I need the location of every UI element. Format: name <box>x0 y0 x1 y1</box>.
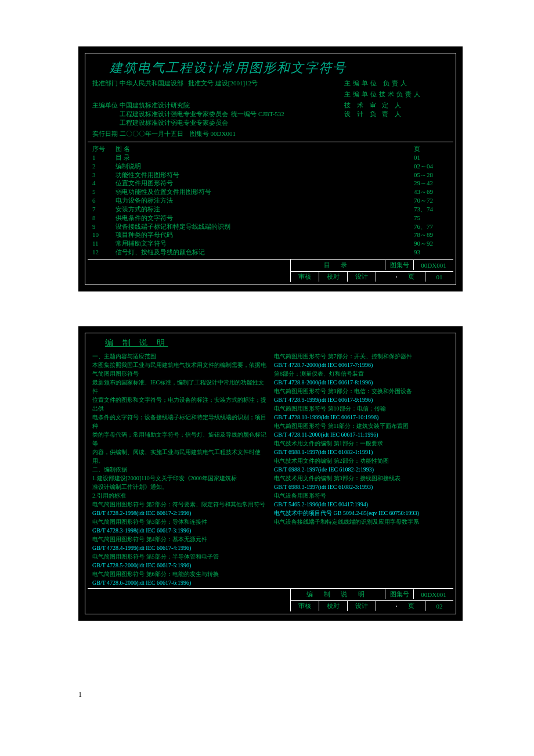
text-line: GB/T 4728.5-2000(idt IEC 60617-5:1996) <box>92 561 267 570</box>
proofreader: 校对 <box>319 601 348 611</box>
left-column: 一、主题内容与适应范围 本图集按照我国工业与民用建筑电气技术用文件的编制需要，依… <box>92 352 270 587</box>
reviewer: 审核 <box>291 272 319 282</box>
text-line: 电气简图用图形符号 第10部分：电信：传输 <box>274 404 449 413</box>
main-title: 建筑电气工程设计常用图形和文字符号 <box>92 58 449 78</box>
designer: 设计 <box>348 272 376 282</box>
text-line: 电条件的文字符号；设备接线端子标记和特定导线线端的识别；项目种 <box>92 413 267 430</box>
frame: 建筑电气工程设计常用图形和文字符号 批准部门 中华人民共和国建设部 批准文号 建… <box>85 53 456 285</box>
footer-1: 目 录 图集号 00DX001 审核 校对 设计 页 01 <box>88 259 453 282</box>
text-line: 电气简图用图形符号 第6部分：电能的发生与转换 <box>92 570 267 578</box>
text-line: 准设计编制工作计划》通知。 <box>92 483 267 491</box>
text-line: 二、编制依据 <box>92 465 267 474</box>
text-line: GB/T 4728.11-2000(idt IEC 60617-11:1996) <box>274 430 449 439</box>
text-line: 电气技术用文件的编制 第1部分：一般要求 <box>274 439 449 448</box>
toc-row: 12信号灯、按钮及导线的颜色标记93 <box>92 248 449 257</box>
desc-title: 编 制 说 明 <box>88 336 453 351</box>
text-line: 电气简图用图形符号 第7部分：开关、控制和保护器件 <box>274 352 449 361</box>
text-line: 本图集按照我国工业与民用建筑电气技术用文件的编制需要，依据电气简图用图形符号 <box>92 361 267 378</box>
header-row-1b: 主编单位技术负责人 <box>92 89 449 100</box>
text-line: 第8部分：测量仪表、灯和信号装置 <box>274 369 449 378</box>
main-editor: 主编单位 中国建筑标准设计研究院 工程建设标准设计强电专业专家委员会 统一编号 … <box>92 101 344 127</box>
toc-row: 9设备接线端子标记和特定导线线端的识别76、77 <box>92 222 449 231</box>
reviewer: 审核 <box>291 601 319 611</box>
col-num: 序号 <box>92 145 116 153</box>
atlas-num: 00DX001 <box>414 261 453 269</box>
proofreader: 校对 <box>319 272 348 282</box>
toc-row: 6电力设备的标注方法70～72 <box>92 196 449 205</box>
effective-date: 实行日期 二〇〇〇年一月十五日 图集号 00DX001 <box>92 129 344 138</box>
page-num: 01 <box>425 273 453 281</box>
header-row-3: 实行日期 二〇〇〇年一月十五日 图集号 00DX001 <box>92 128 449 139</box>
desc-body: 一、主题内容与适应范围 本图集按照我国工业与民用建筑电气技术用文件的编制需要，依… <box>88 351 453 588</box>
text-line: 位置文件的图形和文字符号；电力设备的标注；安装方式的标注；提出供 <box>92 395 267 413</box>
col-page: 页 <box>414 145 449 153</box>
text-line: 类的字母代码；常用辅助文字符号；信号灯、旋钮及导线的颜色标记等 <box>92 430 267 448</box>
text-line: 电气简图用图形符号 第3部分：导体和连接件 <box>92 517 267 526</box>
physical-page-number: 1 <box>78 690 456 699</box>
text-line: GB/T 4728.8-2000(idt IEC 60617-8:1996) <box>274 378 449 387</box>
text-line: 电气设备接线端子和特定线线端的识别及应用字母数字系 <box>274 517 449 526</box>
editor-unit-head: 主编单位 负责人 <box>344 79 449 88</box>
text-line: GB/T 6988.1-1997(idt IEC 61082-1:1991) <box>274 448 449 456</box>
toc-header: 序号 图 名 页 <box>92 145 449 153</box>
text-line: GB/T 4728.3-1998(idt IEC 60617-3:1996) <box>92 526 267 535</box>
toc-row: 7安装方式的标注73、74 <box>92 205 449 214</box>
page-label: 页 <box>397 601 425 611</box>
text-line: 内容，供编制、阅读、实施工业与民用建筑电气工程技术文件时使用。 <box>92 448 267 465</box>
drawing-sheet-1: 建筑电气工程设计常用图形和文字符号 批准部门 中华人民共和国建设部 批准文号 建… <box>78 46 463 291</box>
page-label: 页 <box>397 272 425 282</box>
frame: 编 制 说 明 一、主题内容与适应范围 本图集按照我国工业与民用建筑电气技术用文… <box>85 333 456 614</box>
tech-reviewer: 技 术 审 定 人 设 计 负 责 人 <box>344 101 449 127</box>
text-line: 电气技术中的项目代号 GB 5094.2-85(eqv IEC 60750:19… <box>274 509 449 517</box>
col-name: 图 名 <box>116 145 414 153</box>
editor-unit-tech: 主编单位技术负责人 <box>344 90 449 99</box>
toc-block: 序号 图 名 页 1目 录012编制说明02～043功能性文件用图形符号05～2… <box>88 142 453 259</box>
toc-row: 1目 录01 <box>92 153 449 162</box>
text-line: 2.引用的标准 <box>92 491 267 500</box>
drawing-sheet-2: 编 制 说 明 一、主题内容与适应范围 本图集按照我国工业与民用建筑电气技术用文… <box>78 326 463 621</box>
toc-row: 2编制说明02～04 <box>92 162 449 171</box>
toc-row: 3功能性文件用图形符号05～28 <box>92 171 449 179</box>
text-line: 电气简图用图形符号 第4部分：基本无源元件 <box>92 535 267 543</box>
text-line: GB/T 4728.7-2000(idt IEC 60617-7:1996) <box>274 361 449 369</box>
text-line: GB/T 4728.9-1999(idt IEC 60617-9:1996) <box>274 395 449 404</box>
approval-dept: 批准部门 中华人民共和国建设部 批准文号 建设[2001]12号 <box>92 79 344 88</box>
section-title: 编 制 说 明 <box>291 589 385 599</box>
toc-area: 序号 图 名 页 1目 录012编制说明02～043功能性文件用图形符号05～2… <box>88 142 453 259</box>
text-line: 电气简图用图形符号 第11部分：建筑安装平面布置图 <box>274 422 449 430</box>
toc-row: 8供电条件的文字符号75 <box>92 214 449 222</box>
text-line: GB/T 4728.4-1999(idt IEC 60617-4:1996) <box>92 543 267 552</box>
text-line: GB/T 4728.6-2000(idt IEC 60617-6:1996) <box>92 578 267 587</box>
atlas-num: 00DX001 <box>414 591 453 599</box>
text-line: GB/T 6988.3-1997(idt IEC 61082-3:1993) <box>274 483 449 491</box>
footer-2: 编 制 说 明 图集号 00DX001 审核 校对 设计 页 02 <box>88 588 453 611</box>
toc-row: 10项目种类的字母代码78～89 <box>92 231 449 239</box>
toc-row: 4位置文件用图形符号29～42 <box>92 179 449 188</box>
text-line: GB/T 5465.2-1996(idt IEC 60417:1994) <box>274 500 449 509</box>
header-row-2: 主编单位 中国建筑标准设计研究院 工程建设标准设计强电专业专家委员会 统一编号 … <box>92 100 449 128</box>
atlas-label: 图集号 <box>385 589 414 599</box>
text-line: GB/T 4728.10-1999(idt IEC 60617-10:1996) <box>274 413 449 422</box>
page-num: 02 <box>425 602 453 610</box>
text-line: 电气简图用图形符号 第2部分：符号要素、限定符号和其他常用符号 <box>92 500 267 509</box>
atlas-label: 图集号 <box>385 260 414 270</box>
text-line: 电气技术用文件的编制 第3部分：接线图和接线表 <box>274 474 449 483</box>
designer: 设计 <box>348 601 376 611</box>
text-line: GB/T 6988.2-1997(ide IEC 61082-2:1993) <box>274 465 449 474</box>
toc-row: 5弱电功能性及位置文件用图形符号43～69 <box>92 188 449 196</box>
section-title: 目 录 <box>291 260 385 270</box>
text-line: 电气技术用文件的编制 第2部分：功能性简图 <box>274 456 449 465</box>
text-line: 电气设备用图形符号 <box>274 491 449 500</box>
header-row-1: 批准部门 中华人民共和国建设部 批准文号 建设[2001]12号 主编单位 负责… <box>92 78 449 89</box>
text-line: 电气简图用图形符号 第5部分：半导体管和电子管 <box>92 552 267 561</box>
text-line: 最新颁布的国家标准、IEC标准，编制了工程设计中常用的功能性文件 <box>92 378 267 395</box>
text-line: GB/T 4728.2-1998(idt IEC 60617-2:1996) <box>92 509 267 517</box>
text-line: 1.建设部建设[2000]110号文关于印发《2000年国家建筑标 <box>92 474 267 483</box>
text-line: 一、主题内容与适应范围 <box>92 352 267 361</box>
right-column: 电气简图用图形符号 第7部分：开关、控制和保护器件GB/T 4728.7-200… <box>270 352 449 587</box>
text-line: 电气简图用图形符号 第9部分：电信：交换和外围设备 <box>274 387 449 395</box>
title-block: 建筑电气工程设计常用图形和文字符号 批准部门 中华人民共和国建设部 批准文号 建… <box>88 56 453 142</box>
toc-row: 11常用辅助文字符号90～92 <box>92 239 449 248</box>
